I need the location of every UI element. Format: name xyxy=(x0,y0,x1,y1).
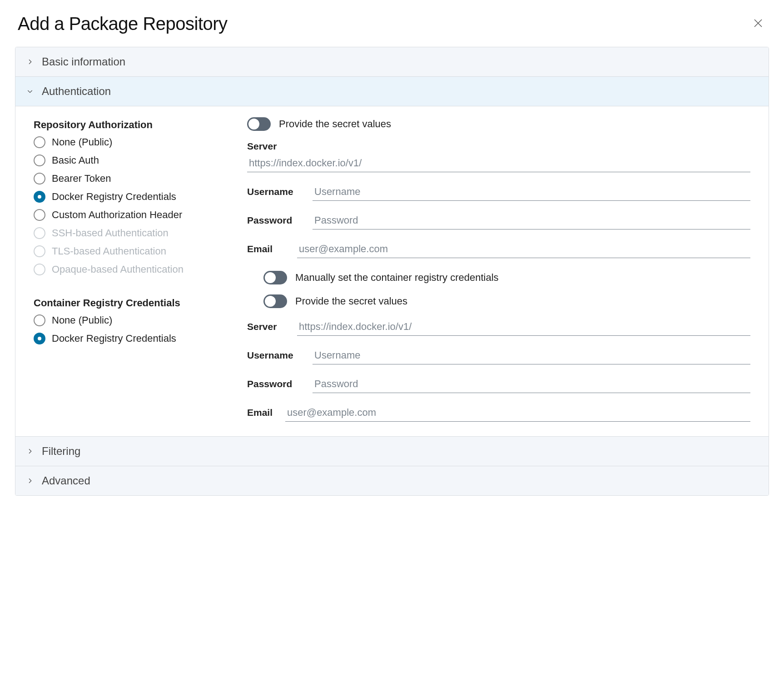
section-authentication[interactable]: Authentication xyxy=(15,77,769,106)
password-input-1[interactable] xyxy=(313,212,750,229)
username-input-1[interactable] xyxy=(313,183,750,201)
container-creds-heading: Container Registry Credentials xyxy=(34,297,229,309)
section-title: Advanced xyxy=(42,474,90,487)
toggle-switch[interactable] xyxy=(263,271,287,284)
toggle-provide-secret-1: Provide the secret values xyxy=(247,117,750,131)
chevron-right-icon xyxy=(26,477,34,484)
chevron-right-icon xyxy=(26,448,34,455)
section-title: Filtering xyxy=(42,445,80,458)
field-password-2: Password xyxy=(247,375,750,393)
left-column: Repository Authorization None (Public) B… xyxy=(34,117,229,424)
section-title: Authentication xyxy=(42,85,111,98)
section-filtering[interactable]: Filtering xyxy=(15,437,769,466)
email-input-2[interactable] xyxy=(285,404,750,422)
radio-docker-registry[interactable]: Docker Registry Credentials xyxy=(34,191,229,203)
field-password-1: Password xyxy=(247,212,750,229)
server-input-1[interactable] xyxy=(247,155,750,172)
email-input-1[interactable] xyxy=(297,240,750,258)
server-input-2[interactable] xyxy=(297,318,750,336)
chevron-down-icon xyxy=(26,88,34,95)
field-server-1: Server xyxy=(247,141,750,172)
repo-auth-radio-group: None (Public) Basic Auth Bearer Token Do… xyxy=(34,136,229,275)
chevron-right-icon xyxy=(26,58,34,65)
toggle-switch[interactable] xyxy=(263,294,287,308)
radio-basic-auth[interactable]: Basic Auth xyxy=(34,155,229,166)
field-email-1: Email xyxy=(247,240,750,258)
password-input-2[interactable] xyxy=(313,375,750,393)
repo-auth-heading: Repository Authorization xyxy=(34,119,229,131)
radio-tls-auth: TLS-based Authentication xyxy=(34,245,229,257)
modal-title: Add a Package Repository xyxy=(18,14,228,34)
field-username-2: Username xyxy=(247,347,750,364)
right-column: Provide the secret values Server Usernam… xyxy=(247,117,750,424)
toggle-provide-secret-2: Provide the secret values xyxy=(247,294,750,308)
radio-none-public[interactable]: None (Public) xyxy=(34,136,229,148)
radio-container-docker[interactable]: Docker Registry Credentials xyxy=(34,333,229,344)
radio-custom-header[interactable]: Custom Authorization Header xyxy=(34,209,229,221)
accordion: Basic information Authentication Reposit… xyxy=(15,47,769,496)
authentication-body: Repository Authorization None (Public) B… xyxy=(15,106,769,437)
field-email-2: Email xyxy=(247,404,750,422)
radio-container-none[interactable]: None (Public) xyxy=(34,314,229,326)
container-form-section: Manually set the container registry cred… xyxy=(247,271,750,422)
radio-ssh-auth: SSH-based Authentication xyxy=(34,227,229,239)
container-creds-radio-group: None (Public) Docker Registry Credential… xyxy=(34,314,229,344)
field-server-2: Server xyxy=(247,318,750,336)
section-advanced[interactable]: Advanced xyxy=(15,466,769,495)
close-icon xyxy=(753,18,764,29)
toggle-manual-set: Manually set the container registry cred… xyxy=(247,271,750,284)
section-basic-information[interactable]: Basic information xyxy=(15,47,769,77)
modal-header: Add a Package Repository xyxy=(15,14,769,47)
section-title: Basic information xyxy=(42,55,125,68)
username-input-2[interactable] xyxy=(313,347,750,364)
radio-opaque-auth: Opaque-based Authentication xyxy=(34,264,229,275)
close-button[interactable] xyxy=(750,15,766,33)
toggle-switch[interactable] xyxy=(247,117,271,131)
add-package-repo-modal: Add a Package Repository Basic informati… xyxy=(15,14,769,496)
field-username-1: Username xyxy=(247,183,750,201)
radio-bearer-token[interactable]: Bearer Token xyxy=(34,173,229,184)
